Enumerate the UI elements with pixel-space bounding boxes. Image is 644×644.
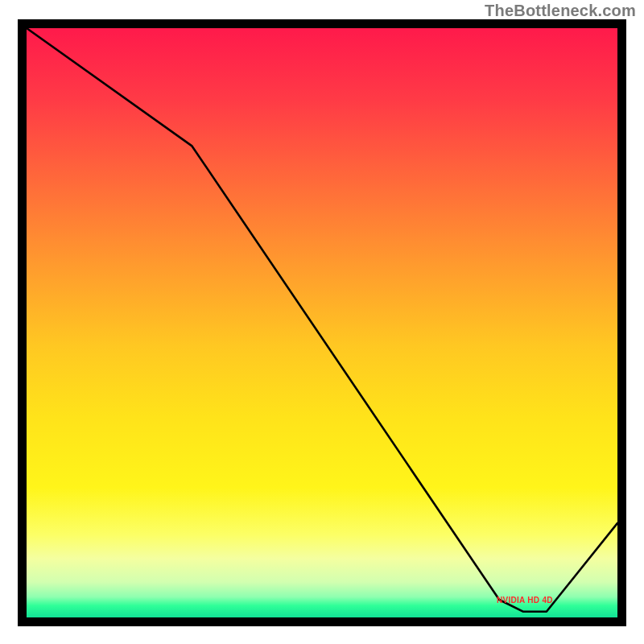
curve-min-label: NVIDIA HD 4D xyxy=(497,596,553,605)
plot-frame: NVIDIA HD 4D xyxy=(18,19,626,626)
chart-container: TheBottleneck.com NVIDIA HD 4D xyxy=(0,0,644,644)
watermark-text: TheBottleneck.com xyxy=(485,2,636,20)
bottleneck-curve-line xyxy=(27,28,617,612)
curve-svg xyxy=(27,28,617,617)
